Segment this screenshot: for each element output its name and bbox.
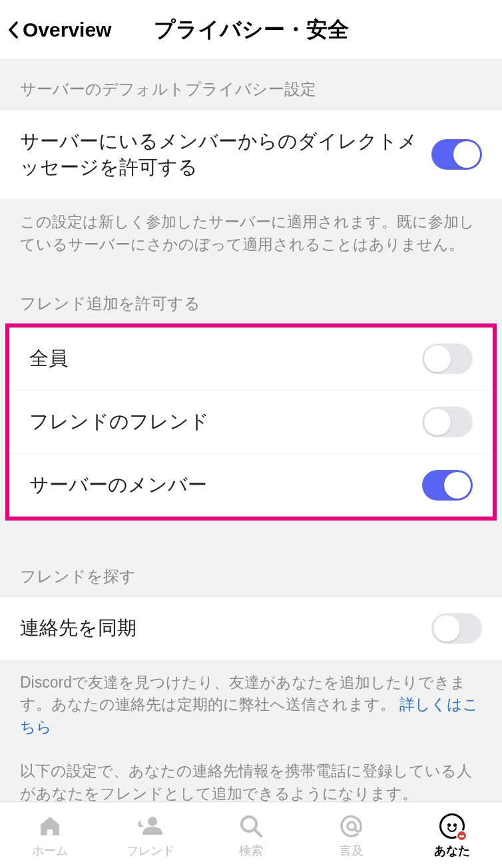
row-label: 連絡先を同期: [20, 615, 431, 641]
tab-friends[interactable]: フレンド: [101, 802, 201, 868]
section-footer-default-privacy: この設定は新しく参加したサーバーに適用されます。既に参加しているサーバーにさかの…: [0, 199, 502, 274]
highlight-box: 全員 フレンドのフレンド サーバーのメンバー: [5, 324, 497, 521]
avatar-icon: [439, 812, 465, 840]
toggle-everyone[interactable]: [422, 343, 473, 374]
tab-home[interactable]: ホーム: [0, 802, 101, 868]
row-label: サーバーにいるメンバーからのダイレクトメッセージを許可する: [20, 128, 431, 180]
search-icon: [239, 812, 263, 840]
svg-point-0: [148, 817, 157, 826]
row-everyone[interactable]: 全員: [9, 327, 493, 390]
home-icon: [38, 812, 62, 840]
tab-mentions[interactable]: 言及: [301, 802, 401, 868]
toggle-friends-of-friends[interactable]: [422, 407, 473, 437]
section-header-default-privacy: サーバーのデフォルトプライバシー設定: [0, 60, 502, 109]
friends-icon: [137, 812, 164, 840]
tab-bar: ホーム フレンド 検索 言及 あなた: [0, 801, 502, 868]
tab-search[interactable]: 検索: [201, 802, 302, 868]
header: Overview プライバシー・安全: [0, 0, 502, 60]
row-label: フレンドのフレンド: [29, 409, 422, 435]
row-label: サーバーのメンバー: [29, 472, 422, 498]
row-allow-dm-from-server-members[interactable]: サーバーにいるメンバーからのダイレクトメッセージを許可する: [0, 109, 502, 199]
toggle-server-members[interactable]: [422, 470, 473, 501]
toggle-sync-contacts[interactable]: [431, 613, 482, 644]
back-button[interactable]: Overview: [8, 19, 111, 41]
section-footer-find-friends: Discordで友達を見つけたり、友達があなたを追加したりできます。あなたの連絡…: [0, 660, 502, 801]
tab-you[interactable]: あなた: [401, 802, 502, 868]
row-friends-of-friends[interactable]: フレンドのフレンド: [9, 390, 493, 453]
section-header-allow-friend-add: フレンド追加を許可する: [0, 274, 502, 324]
at-icon: [339, 812, 364, 840]
row-label: 全員: [29, 345, 422, 371]
dnd-badge-icon: [456, 830, 467, 841]
tab-label: フレンド: [126, 843, 174, 859]
content-scroll[interactable]: サーバーのデフォルトプライバシー設定 サーバーにいるメンバーからのダイレクトメッ…: [0, 60, 502, 801]
section-header-find-friends: フレンドを探す: [0, 547, 502, 596]
tab-label: ホーム: [32, 843, 68, 859]
tab-label: 検索: [239, 843, 263, 859]
row-sync-contacts[interactable]: 連絡先を同期: [0, 596, 502, 660]
toggle-allow-dm[interactable]: [431, 139, 482, 170]
svg-point-3: [348, 822, 356, 830]
tab-label: 言及: [340, 843, 364, 859]
tab-label: あなた: [434, 843, 470, 859]
chevron-left-icon: [8, 21, 19, 39]
back-label: Overview: [23, 19, 111, 41]
svg-line-2: [255, 830, 261, 836]
footer-extra-text: 以下の設定で、あなたの連絡先情報を携帯電話に登録している人があなたをフレンドとし…: [20, 762, 472, 801]
row-server-members[interactable]: サーバーのメンバー: [9, 453, 493, 517]
